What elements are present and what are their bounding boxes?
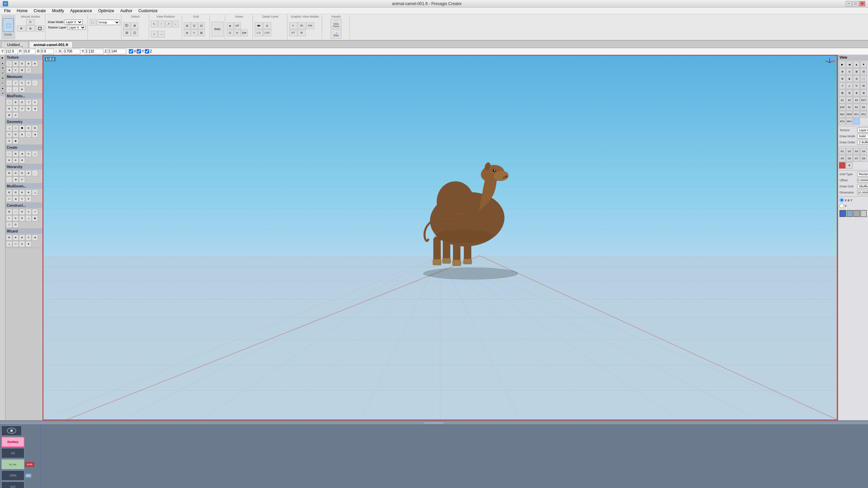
fit-on-select-button[interactable]: ⊡ [131,29,138,36]
tex-icon-4[interactable]: ⊕ [25,61,32,67]
mg-icon-8[interactable]: ⊙ [19,196,25,202]
con-icon-2[interactable]: ⬚ [13,209,19,215]
vp2-btn-4[interactable]: G4 [860,148,867,155]
thumb-no2[interactable]: no2 [1,482,39,488]
mt-icon-4[interactable]: ▽ [25,99,32,105]
view-btn-18[interactable]: ⊟ [846,89,853,96]
view-btn-25[interactable]: EXP [839,104,846,110]
mg-icon-1[interactable]: ⊞ [6,189,12,196]
cr-icon-6[interactable]: ⊕ [6,157,12,163]
con-icon-7[interactable]: ⊘ [13,215,19,221]
maximize-button[interactable]: □ [852,1,859,6]
thumb-preview-donkey[interactable]: Donkey [1,437,24,447]
draw-mode-gv-button[interactable]: DM [306,22,314,29]
cr-icon-4[interactable]: ⊙ [25,151,32,157]
view-btn-26[interactable]: R1 [846,104,853,110]
select-all-button[interactable]: ⊞ [123,29,131,36]
mt-icon-7[interactable]: ↻ [13,106,19,112]
man-icon-6[interactable]: → [6,86,12,93]
menu-optimize[interactable]: Optimize [95,8,117,14]
minimize-button[interactable]: ─ [846,1,852,6]
view-btn-22[interactable]: A2 [846,97,853,103]
geo-icon-12[interactable]: ◉ [13,138,19,144]
man-icon-2[interactable]: ↗ [13,80,19,86]
texture-layer-select[interactable]: Layer 0 [67,25,86,30]
geo-icon-8[interactable]: ⊗ [19,131,25,138]
mt-icon-9[interactable]: ⊗ [25,106,32,112]
hier-icon-6[interactable]: ↓ [6,177,12,183]
wiz-icon-8[interactable]: ⊘ [19,241,25,247]
hier-icon-3[interactable]: ⊕ [19,170,25,176]
thumb-preview-2000[interactable]: 2000 [1,470,24,481]
tex-icon-5[interactable]: ⊗ [32,61,38,67]
texture-setting-select[interactable]: Layer 0 Layer 1 [857,128,868,133]
thumb-preview-no2[interactable]: no2 [1,482,24,488]
window-views-button[interactable]: W▾ [241,29,248,36]
view-pos-btn1[interactable]: ↖ [151,21,158,27]
cr-icon-2[interactable]: ⊞ [13,151,19,157]
fit-on-button[interactable]: ⊡ [191,22,198,29]
view-btn-13[interactable]: ↗ [839,82,846,89]
mt-icon-3[interactable]: ⊟ [19,99,25,105]
view-pos-btn3[interactable]: ↗ [165,21,172,27]
man-icon-4[interactable]: ↺ [25,80,32,86]
statistics-button[interactable]: 📊 Stats [331,29,341,39]
isolate-button[interactable]: ◈ [227,22,234,29]
vp2-btn-2[interactable]: G2 [846,148,853,155]
view-btn-11[interactable]: ⊘ [853,75,860,82]
color-preview-2[interactable] [847,210,853,217]
wiz-icon-1[interactable]: ⊞ [6,235,12,241]
pan-view-button[interactable]: ✥ [17,25,26,32]
deselect-all-button[interactable]: ⊗ [131,22,138,29]
mt-icon-11[interactable]: ⊠ [6,112,12,118]
view-btn-5[interactable]: ⊕ [839,68,846,75]
group-icon[interactable]: ⬚ [90,19,96,26]
menu-create[interactable]: Create [31,8,48,14]
sidebar-btn-2[interactable]: ▲ [0,61,5,65]
sidebar-btn-7[interactable]: ◈ [0,86,5,91]
view-btn-15[interactable]: ↻ [853,82,860,89]
view-pos-btn4[interactable]: ← [172,21,179,27]
geo-icon-10[interactable]: ◈ [32,131,38,138]
draw-order-select[interactable]: Z Buffer Painter [857,140,868,145]
x-input[interactable] [62,49,80,54]
wiz-icon-7[interactable]: ⬡ [13,241,19,247]
con-icon-8[interactable]: ⊗ [19,215,25,221]
cr-icon-3[interactable]: ◈ [19,151,25,157]
gv-btn2[interactable]: ⊞ [298,29,306,36]
con-icon-4[interactable]: ⊙ [25,209,32,215]
thumb-2000[interactable]: 2000 [1,470,24,481]
vega-prime-view-button[interactable]: VP [234,22,241,29]
xray-button[interactable]: X [289,22,297,29]
man-icon-7[interactable]: ↓ [13,86,19,93]
view-btn-34[interactable]: RFX [846,118,853,125]
menu-home[interactable]: Home [14,8,30,14]
z-checkbox[interactable] [145,49,149,54]
geo-icon-4[interactable]: ⊕ [25,125,32,131]
dimension-input[interactable] [857,190,868,195]
geo-icon-5[interactable]: ⊞ [32,125,38,131]
group-select[interactable]: Group [97,20,120,25]
view-btn-28[interactable]: R3 [860,104,867,110]
close-button[interactable]: ✕ [859,1,865,6]
zoom-view-button[interactable]: ⊕ [26,25,35,32]
man-icon-3[interactable]: ↻ [19,80,25,86]
hier-icon-7[interactable]: ◈ [13,177,19,183]
y-only-radio[interactable] [840,204,844,208]
grid-button2[interactable]: ⊟ [198,22,205,29]
least-detail-button[interactable]: L.D [255,29,263,36]
mt-icon-8[interactable]: ↺ [19,106,25,112]
cr-icon-7[interactable]: ⊘ [13,157,19,163]
sidebar-btn-1[interactable]: ▶ [0,56,5,60]
view-btn-27[interactable]: R2 [853,104,860,110]
view-btn-8[interactable]: ⊟ [860,68,867,75]
view-graphics-button[interactable]: G [227,29,234,36]
view-btn-9[interactable]: ⊗ [839,75,846,82]
thumb-preview-snl[interactable]: snl [1,448,24,458]
view-panel-button[interactable]: 📋 View Panel [331,19,341,28]
view-btn-23[interactable]: A3 [853,97,860,103]
con-icon-6[interactable]: ↖ [6,215,12,221]
view-btn-14[interactable]: ↙ [846,82,853,89]
draw-grid-select[interactable]: ZBuffer Painter [857,184,868,189]
con-icon-9[interactable]: △ [25,215,32,221]
